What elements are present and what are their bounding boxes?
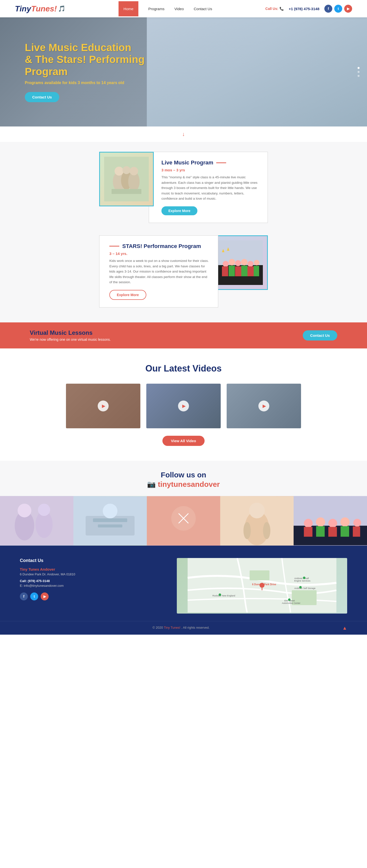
svg-rect-17 (228, 266, 235, 276)
insta-photo-5[interactable] (294, 496, 367, 546)
svg-rect-34 (98, 525, 122, 527)
insta-photo-1[interactable] (0, 496, 73, 546)
stars-desc: Kids work once a week to put on a show c… (109, 258, 209, 285)
instagram-grid (0, 496, 367, 546)
svg-point-48 (328, 519, 337, 528)
programs-section: Live Music Program 3 mos – 3 yrs This "m… (0, 142, 367, 322)
youtube-icon[interactable]: ▶ (344, 5, 352, 13)
instagram-icon: 📷 (147, 480, 156, 488)
logo-tunes: Tunes! (31, 4, 57, 13)
virtual-contact-button[interactable]: Contact Us (303, 330, 337, 341)
nav-right: Call Us: 📞 +1 (978) 475-3148 f t ▶ (265, 5, 352, 13)
footer-facebook-icon[interactable]: f (20, 592, 28, 600)
svg-point-43 (263, 522, 271, 539)
svg-point-70 (288, 598, 290, 601)
nav-home[interactable]: Home (119, 1, 139, 17)
video-thumb-2[interactable] (146, 384, 221, 428)
videos-section: Our Latest Videos View All Video (0, 348, 367, 461)
svg-point-68 (303, 577, 305, 579)
svg-text:Andover Self Storage: Andover Self Storage (294, 587, 315, 589)
footer-business-name: Tiny Tunes Andover (20, 567, 162, 571)
red-divider-2 (109, 246, 119, 247)
svg-rect-54 (340, 526, 349, 537)
nav-links: Home Programs Video Contact Us (119, 1, 212, 17)
insta-photo-2[interactable] (73, 496, 147, 546)
svg-rect-18 (235, 266, 241, 276)
live-music-card: Live Music Program 3 mos – 3 yrs This "m… (20, 152, 347, 223)
down-arrow: ↓ (0, 126, 367, 142)
virtual-title: Virtual Music Lessons (30, 329, 111, 336)
scroll-dot-2[interactable] (358, 71, 360, 73)
svg-point-69 (218, 593, 221, 596)
call-us-label: Call Us: 📞 (265, 7, 284, 11)
video-play-2[interactable] (178, 401, 189, 411)
svg-point-50 (354, 519, 361, 527)
svg-text:Andover Small: Andover Small (294, 577, 309, 580)
video-thumb-3[interactable] (227, 384, 301, 428)
hero-title: Live Music Education & The Stars! Perfor… (25, 42, 145, 78)
insta-photo-3[interactable] (147, 496, 220, 546)
video-play-3[interactable] (258, 401, 269, 411)
live-music-title-line: Live Music Program (161, 159, 259, 166)
insta-photo-4[interactable] (220, 496, 294, 546)
svg-text:Automotive Center: Automotive Center (282, 602, 300, 604)
nav-video[interactable]: Video (174, 7, 184, 11)
red-divider (216, 162, 226, 163)
svg-rect-53 (328, 527, 337, 537)
live-music-info: Live Music Program 3 mos – 3 yrs This "m… (149, 152, 268, 223)
stars-explore-button[interactable]: Explore More (109, 290, 146, 300)
phone-number[interactable]: +1 (978) 475-3148 (288, 7, 319, 11)
nav-programs[interactable]: Programs (148, 7, 164, 11)
stars-info: STARS! Performance Program 3 – 14 yrs. K… (99, 235, 218, 308)
stars-title: STARS! Performance Program (122, 243, 201, 249)
svg-text:Rockstar New England: Rockstar New England (212, 594, 235, 597)
hero-image (147, 18, 367, 126)
follow-handle: 📷 tinytunesandover (0, 480, 367, 489)
footer-contact-title: Contact Us (20, 558, 162, 563)
scroll-dot-3[interactable] (358, 75, 360, 77)
stars-age: 3 – 14 yrs. (109, 251, 209, 256)
nav-contact[interactable]: Contact Us (194, 7, 212, 11)
footer-socials: f t ▶ (20, 592, 162, 600)
stars-image (213, 235, 268, 290)
svg-rect-21 (254, 266, 259, 276)
svg-rect-20 (247, 266, 254, 276)
svg-point-28 (18, 504, 31, 517)
videos-title: Our Latest Videos (20, 363, 347, 374)
scroll-dot-1[interactable] (358, 67, 360, 69)
footer-brand-link[interactable]: Tiny Tunes! (164, 626, 181, 629)
footer-content: Contact Us Tiny Tunes Andover 6 Dundee P… (0, 546, 367, 621)
footer-map: Andover Self Storage Andover Small Engin… (177, 558, 347, 614)
hero-contact-button[interactable]: Contact Us (25, 92, 59, 102)
view-all-video-button[interactable]: View All Video (162, 436, 204, 446)
svg-rect-52 (316, 526, 325, 537)
svg-rect-33 (93, 518, 127, 522)
svg-point-15 (254, 260, 259, 266)
svg-point-32 (103, 504, 117, 518)
logo-tiny: Tiny (15, 4, 31, 13)
video-grid (20, 384, 347, 428)
logo[interactable]: TinyTunes! 🎵 (15, 4, 65, 13)
video-play-1[interactable] (98, 401, 109, 411)
svg-point-47 (316, 517, 325, 527)
svg-text:6 Dundee Park Drive: 6 Dundee Park Drive (252, 583, 276, 586)
footer-phone[interactable]: (978) 475-3148 (28, 579, 50, 583)
svg-point-14 (247, 261, 253, 267)
scroll-top-icon[interactable]: ▲ (342, 625, 347, 631)
footer-email-address[interactable]: info@tinytunesandover.com (24, 584, 64, 588)
svg-point-29 (38, 504, 50, 516)
svg-rect-7 (112, 189, 141, 194)
twitter-icon[interactable]: t (334, 5, 342, 13)
virtual-banner: Virtual Music Lessons We're now offering… (0, 322, 367, 348)
facebook-icon[interactable]: f (324, 5, 332, 13)
footer-twitter-icon[interactable]: t (30, 592, 38, 600)
instagram-handle[interactable]: tinytunesandover (158, 480, 220, 489)
live-music-age: 3 mos – 3 yrs (161, 168, 259, 172)
video-thumb-1[interactable] (66, 384, 140, 428)
svg-point-12 (235, 260, 241, 266)
scroll-dots (358, 67, 360, 77)
svg-point-67 (299, 586, 302, 589)
social-icons: f t ▶ (324, 5, 352, 13)
footer-youtube-icon[interactable]: ▶ (41, 592, 49, 600)
live-music-explore-button[interactable]: Explore More (161, 206, 197, 215)
